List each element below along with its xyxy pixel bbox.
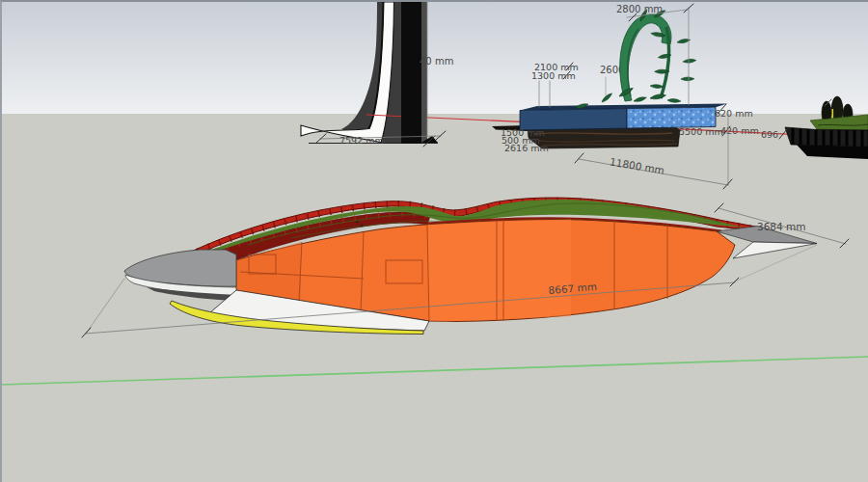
dim-arch-height[interactable]: 2800 mm: [616, 4, 663, 14]
dim-right-partial[interactable]: 696: [761, 129, 778, 140]
dim-planter-offset[interactable]: 420 mm: [720, 125, 759, 136]
dim-base-c[interactable]: 2616 mm: [504, 143, 549, 153]
dim-planter-height[interactable]: 620 mm: [715, 108, 753, 119]
dim-bed-width[interactable]: 3684 mm: [757, 221, 806, 232]
dim-tower-height[interactable]: 40 mm: [420, 56, 453, 67]
dim-planter-length[interactable]: 5500 mm: [679, 126, 723, 137]
3d-viewport[interactable]: 2600: [0, 0, 868, 482]
dim-tower-span[interactable]: 7592 mm: [339, 135, 384, 146]
model-scene[interactable]: 2600: [2, 2, 868, 482]
